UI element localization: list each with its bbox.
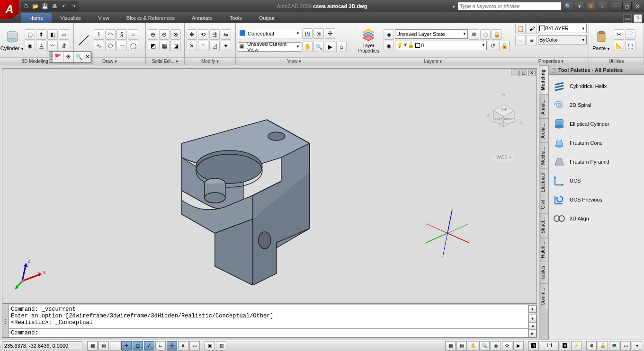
save-icon[interactable]: 💾 — [41, 2, 49, 10]
zoom-icon[interactable]: 🔍 — [313, 42, 324, 52]
erase-icon[interactable]: ✕ — [187, 41, 197, 51]
tab-annotate[interactable]: Annotate — [183, 13, 221, 23]
maximize-button[interactable]: ◻ — [622, 2, 632, 10]
panel-title-layers[interactable]: Layers ▾ — [353, 57, 513, 65]
view-cube-icon[interactable]: ◳ — [302, 28, 313, 39]
pitem-ellcyl[interactable]: Elliptical Cylinder — [551, 114, 642, 133]
float-close-icon[interactable]: ✕ — [84, 52, 91, 62]
annovis-icon[interactable]: 🅰 — [560, 341, 570, 351]
vp-close-icon[interactable]: ✕ — [528, 70, 536, 76]
visual-style-combo[interactable]: 🟦 Conceptual▼ — [238, 29, 301, 38]
imprint-icon[interactable]: ◪ — [170, 41, 181, 51]
revolve-icon[interactable]: ◉ — [25, 41, 35, 51]
chamfer-icon[interactable]: ◿ — [209, 41, 220, 51]
new-icon[interactable]: 🗋 — [22, 2, 30, 10]
floating-toolbar[interactable]: ⋮ 🚩 ☀ 🔍 ✕ — [49, 51, 91, 62]
lwt-button[interactable]: ≡ — [178, 341, 188, 351]
cmd-scroll-up[interactable]: ▲ — [528, 305, 537, 313]
sb-orbit-icon[interactable]: ⟳ — [502, 341, 512, 351]
ptab-mecha[interactable]: Mecha... — [539, 142, 548, 168]
panel-title-properties[interactable]: Properties ▾ — [513, 57, 589, 65]
sb-motion-icon[interactable]: ▶ — [513, 341, 524, 351]
layer-unlock2-icon[interactable]: 🔓 — [499, 41, 510, 51]
saved-view-combo[interactable]: ▦ Unsaved Current View▼ — [238, 42, 301, 52]
pitem-ucs[interactable]: UCS — [551, 171, 642, 190]
slice-icon[interactable]: ◩ — [148, 41, 158, 51]
tray-settings-icon[interactable]: ▾ — [632, 341, 642, 351]
ptab-archit[interactable]: Archit... — [539, 118, 548, 142]
panel-title-view[interactable]: View ▾ — [236, 57, 353, 65]
mirror3d-icon[interactable]: ⇋ — [221, 29, 231, 40]
panel-title-solidedit[interactable]: Solid Edi... ▾ — [146, 57, 184, 65]
circle-icon[interactable]: ○ — [128, 29, 138, 40]
float-render-icon[interactable]: ☀ — [63, 52, 74, 62]
layer-state-combo[interactable]: Unsaved Layer State▼ — [395, 29, 468, 39]
ptab-comm[interactable]: Comm... — [539, 283, 548, 309]
explode-icon[interactable]: ✦ — [221, 41, 231, 51]
ribbon-minimize-icon[interactable]: ▭ — [623, 14, 632, 23]
polygon-icon[interactable]: ⬠ — [105, 41, 116, 51]
minimize-button[interactable]: — — [612, 2, 621, 10]
qview-button[interactable]: ▦ — [445, 341, 456, 351]
layer-off-icon[interactable]: ◌ — [480, 29, 491, 40]
osnap-button[interactable]: ◻ — [133, 341, 143, 351]
undo-icon[interactable]: ↶ — [60, 2, 68, 10]
subtract-icon[interactable]: ⊖ — [159, 29, 170, 40]
comm-center-icon[interactable]: ▾ — [575, 2, 584, 10]
box-icon[interactable]: ▢ — [25, 29, 35, 40]
sb-wheel-icon[interactable]: ◎ — [491, 341, 501, 351]
layer-freeze-icon[interactable]: ❄ — [469, 29, 479, 40]
select-icon[interactable]: ⬚ — [625, 41, 635, 51]
open-icon[interactable]: 📂 — [31, 2, 40, 10]
qvlayouts-button[interactable]: ▤ — [456, 341, 467, 351]
grid-button[interactable]: ▤ — [98, 341, 109, 351]
cmd-resize-handle[interactable]: ⋮ — [2, 305, 9, 337]
move3d-icon[interactable]: ✥ — [187, 29, 197, 40]
palette-title[interactable]: Tool Palettes - All Palettes — [549, 65, 644, 75]
sub-center-icon[interactable]: 🔆 — [586, 2, 596, 10]
ptab-electrical[interactable]: Electrical — [539, 169, 548, 196]
print-icon[interactable]: 🖶 — [50, 2, 59, 10]
ptab-civil[interactable]: Civil — [539, 196, 548, 213]
close-button[interactable]: ✕ — [633, 2, 642, 10]
panel-title-utilities[interactable]: Utilities — [589, 57, 644, 65]
tab-view[interactable]: View — [89, 13, 118, 23]
props-icon[interactable]: 📋 — [515, 24, 526, 34]
cylinder-button[interactable]: Cylinder▼ — [2, 28, 23, 52]
copy-icon[interactable]: 📄 — [625, 29, 635, 40]
ortho-button[interactable]: ∟ — [110, 341, 120, 351]
align3d-icon[interactable]: ⇶ — [209, 29, 220, 40]
polysolid-icon[interactable]: ◧ — [47, 29, 58, 40]
panel-title-modify[interactable]: Modify ▾ — [185, 57, 235, 65]
polar-button[interactable]: ✛ — [121, 341, 132, 351]
float-grip-icon[interactable]: ⋮ — [49, 52, 53, 62]
line-button[interactable] — [76, 32, 92, 49]
ducs-button[interactable]: ⌙ — [155, 341, 166, 351]
rotate3d-icon[interactable]: ⟲ — [198, 29, 208, 40]
layer-lock-icon[interactable]: 🔒 — [492, 29, 502, 40]
layer-match-icon[interactable]: ◉ — [384, 41, 394, 51]
cleanscreen-icon[interactable]: ▭ — [620, 341, 631, 351]
intersect-icon[interactable]: ⊗ — [170, 29, 181, 40]
steering-icon[interactable]: ◎ — [313, 28, 324, 39]
cmd-scroll-right[interactable]: ► — [528, 330, 537, 337]
sweep-icon[interactable]: 〰 — [47, 41, 58, 51]
color-combo[interactable]: BYLAYER▼ — [538, 24, 587, 33]
model-button[interactable]: ▣ — [205, 341, 215, 351]
ptab-struct[interactable]: Struct... — [539, 213, 548, 237]
arc-icon[interactable]: ◠ — [105, 29, 116, 40]
ellipse-icon[interactable]: ◯ — [128, 41, 138, 51]
tab-blocks[interactable]: Blocks & References — [118, 13, 183, 23]
palette-grip-icon[interactable] — [552, 67, 556, 73]
otrack-button[interactable]: ∠ — [144, 341, 154, 351]
qp-button[interactable]: ▭ — [189, 341, 200, 351]
annoauto-icon[interactable]: ⚡ — [571, 341, 581, 351]
tab-home[interactable]: Home — [21, 13, 52, 23]
search-input[interactable] — [457, 2, 562, 10]
ptab-hatch[interactable]: Hatch... — [539, 237, 548, 262]
layer-current-combo[interactable]: 💡 ☀ 🔓 0▼ — [395, 41, 487, 50]
union-icon[interactable]: ⊕ — [148, 29, 158, 40]
pitem-helix[interactable]: Cylindrical Helix — [551, 77, 642, 96]
redo-icon[interactable]: ↷ — [69, 2, 78, 10]
orbit-icon[interactable]: ✣ — [325, 28, 335, 39]
